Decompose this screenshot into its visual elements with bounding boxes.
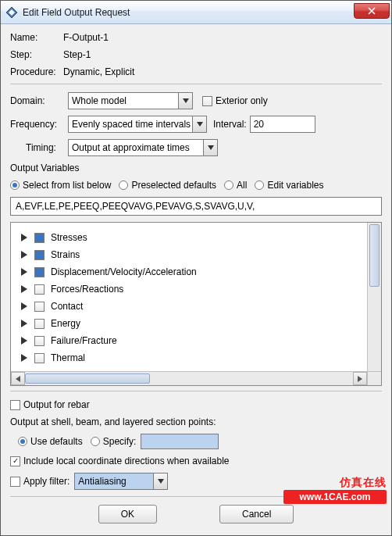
variable-tree: StressesStrainsDisplacement/Velocity/Acc…	[10, 222, 382, 386]
procedure-label: Procedure:	[10, 66, 63, 77]
tree-row[interactable]: Forces/Reactions	[16, 281, 362, 298]
tree-checkbox[interactable]	[34, 250, 45, 260]
tree-checkbox[interactable]	[34, 284, 45, 295]
scroll-right-button[interactable]	[353, 372, 367, 385]
tree-item-label: Stresses	[51, 232, 87, 243]
apply-filter-checkbox[interactable]	[10, 477, 20, 487]
scrollbar-thumb[interactable]	[25, 373, 150, 384]
expand-icon[interactable]	[20, 285, 28, 293]
tree-row[interactable]: Displacement/Velocity/Acceleration	[16, 263, 362, 281]
chevron-down-icon	[153, 473, 167, 489]
chevron-down-icon	[178, 93, 192, 109]
tree-checkbox[interactable]	[34, 319, 45, 329]
expand-icon[interactable]	[20, 268, 28, 276]
divider	[10, 391, 382, 391]
tree-checkbox[interactable]	[34, 267, 45, 277]
specify-label: Specify:	[103, 436, 137, 447]
tree-row[interactable]: Energy	[16, 315, 362, 332]
procedure-value: Dynamic, Explicit	[63, 66, 134, 77]
chevron-down-icon	[192, 116, 206, 132]
radio-use-defaults[interactable]	[18, 437, 27, 446]
frequency-select-value: Evenly spaced time intervals	[72, 119, 191, 130]
watermark: 仿真在线 www.1CAE.com	[283, 476, 387, 504]
cancel-button[interactable]: Cancel	[219, 505, 294, 523]
radio-preselected[interactable]	[119, 180, 128, 190]
section-points-heading: Output at shell, beam, and layered secti…	[10, 416, 382, 427]
divider	[10, 84, 382, 84]
variable-list-input[interactable]: A,EVF,LE,PE,PEEQ,PEEQVAVG,PEVAVG,S,SVAVG…	[10, 197, 382, 216]
tree-row[interactable]: Stresses	[16, 229, 362, 246]
tree-item-label: Forces/Reactions	[51, 284, 123, 295]
domain-label: Domain:	[10, 95, 68, 106]
filter-select[interactable]: Antialiasing	[74, 473, 168, 490]
include-local-label: Include local coordinate directions when…	[23, 456, 230, 466]
expand-icon[interactable]	[20, 234, 28, 241]
tree-item-label: Contact	[51, 301, 83, 312]
radio-edit-variables[interactable]	[255, 180, 264, 190]
ok-button[interactable]: OK	[98, 505, 157, 523]
timing-select-value: Output at approximate times	[72, 142, 190, 153]
name-value: F-Output-1	[63, 32, 109, 43]
expand-icon[interactable]	[20, 251, 28, 259]
tree-row[interactable]: Contact	[16, 298, 362, 315]
close-button[interactable]	[354, 3, 390, 19]
scroll-corner	[367, 371, 381, 385]
output-variables-heading: Output Variables	[10, 163, 382, 173]
radio-select-label: Select from list below	[23, 180, 111, 191]
close-icon	[368, 7, 376, 15]
window-title: Edit Field Output Request	[23, 7, 354, 18]
radio-preselected-label: Preselected defaults	[131, 180, 216, 191]
vertical-scrollbar[interactable]	[367, 223, 381, 371]
radio-all[interactable]	[224, 180, 233, 190]
chevron-down-icon	[203, 140, 217, 155]
domain-select[interactable]: Whole model	[68, 92, 193, 109]
interval-input[interactable]: 20	[250, 116, 315, 133]
step-value: Step-1	[63, 49, 91, 60]
app-icon	[5, 6, 18, 19]
tree-item-label: Failure/Fracture	[51, 335, 117, 346]
dialog-window: Edit Field Output Request Name: F-Output…	[0, 0, 392, 536]
name-label: Name:	[10, 32, 63, 43]
tree-row[interactable]: Thermal	[16, 349, 362, 366]
frequency-select[interactable]: Evenly spaced time intervals	[68, 116, 207, 133]
tree-item-label: Thermal	[51, 352, 85, 363]
interval-label: Interval:	[213, 119, 247, 130]
output-rebar-label: Output for rebar	[23, 399, 90, 410]
output-rebar-checkbox[interactable]	[10, 400, 20, 410]
variable-list-value: A,EVF,LE,PE,PEEQ,PEEQVAVG,PEVAVG,S,SVAVG…	[16, 201, 255, 212]
tree-checkbox[interactable]	[34, 336, 45, 346]
apply-filter-label: Apply filter:	[23, 476, 69, 487]
radio-edit-label: Edit variables	[267, 180, 323, 191]
specify-input[interactable]	[141, 434, 219, 449]
radio-specify[interactable]	[91, 437, 100, 446]
exterior-only-checkbox[interactable]	[202, 96, 212, 106]
tree-item-label: Strains	[51, 249, 80, 260]
expand-icon[interactable]	[20, 354, 28, 362]
tree-checkbox[interactable]	[34, 233, 45, 243]
interval-value: 20	[254, 119, 264, 130]
horizontal-scrollbar[interactable]	[11, 371, 367, 385]
tree-row[interactable]: Strains	[16, 246, 362, 263]
tree-checkbox[interactable]	[34, 353, 45, 363]
scrollbar-thumb[interactable]	[369, 224, 380, 287]
tree-row[interactable]: Failure/Fracture	[16, 332, 362, 349]
radio-all-label: All	[237, 180, 247, 191]
use-defaults-label: Use defaults	[30, 436, 83, 447]
include-local-checkbox[interactable]	[10, 456, 20, 466]
titlebar[interactable]: Edit Field Output Request	[1, 1, 391, 24]
tree-item-label: Displacement/Velocity/Acceleration	[51, 266, 197, 277]
timing-select[interactable]: Output at approximate times	[68, 139, 218, 156]
scroll-left-button[interactable]	[11, 372, 25, 385]
radio-select-from-list[interactable]	[10, 180, 20, 190]
tree-item-label: Energy	[51, 318, 80, 329]
timing-label: Timing:	[26, 142, 68, 153]
domain-select-value: Whole model	[72, 95, 127, 106]
dialog-content: Name: F-Output-1 Step: Step-1 Procedure:…	[1, 24, 391, 528]
filter-value: Antialiasing	[78, 476, 126, 487]
expand-icon[interactable]	[20, 302, 28, 310]
step-label: Step:	[10, 49, 63, 60]
expand-icon[interactable]	[20, 320, 28, 327]
frequency-label: Frequency:	[10, 119, 68, 130]
tree-checkbox[interactable]	[34, 302, 45, 312]
expand-icon[interactable]	[20, 337, 28, 345]
